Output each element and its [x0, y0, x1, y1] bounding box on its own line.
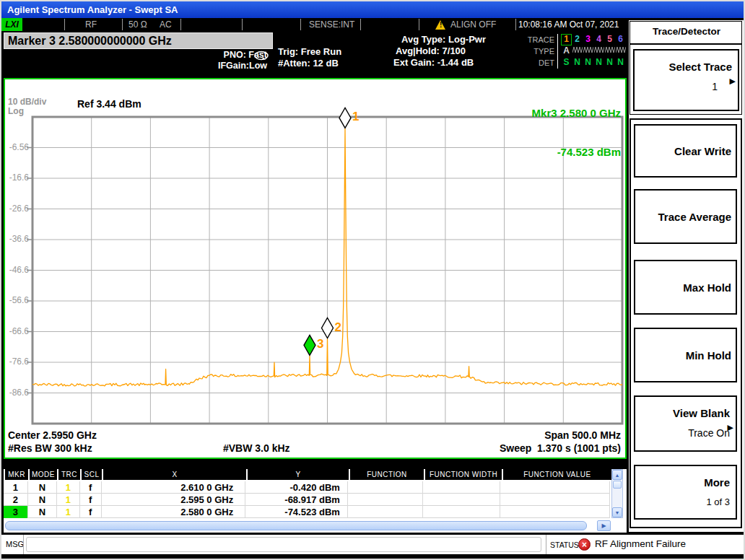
marker-readout-ampl: -74.523 dBm [532, 146, 621, 159]
top-status-bar: LXI RF 50 Ω AC SENSE:INT ! ALIGN OFF 10:… [1, 18, 627, 32]
cell-mkr: 2 [4, 494, 28, 506]
y-tick-label: -36.6 [5, 234, 29, 244]
cell-y: -74.523 dBm [245, 506, 348, 518]
scroll-up-button[interactable]: ▲ [612, 470, 622, 480]
horizontal-scroll-thumb[interactable] [5, 521, 587, 530]
softkey-trace-average[interactable]: Trace Average [634, 189, 737, 244]
cell-x: 2.580 0 GHz [102, 506, 246, 518]
softkey-label: Max Hold [683, 281, 736, 294]
marker-1: 1 [339, 108, 359, 128]
scroll-down-button[interactable]: ▼ [612, 507, 622, 517]
y-tick-label: -26.6 [5, 204, 29, 214]
softkey-max-hold[interactable]: Max Hold [634, 260, 737, 315]
cell-function_width [423, 506, 501, 518]
cell-function_value [500, 481, 610, 494]
vertical-scrollbar[interactable]: ▲ ▼ [611, 469, 623, 518]
ref-level-label: Ref 3.44 dBm [77, 98, 141, 110]
coupling-indicator: AC [160, 19, 172, 30]
avg-type-indicator: Avg Type: Log-Pwr [401, 34, 486, 45]
softkey-more[interactable]: 1 of 3More [634, 465, 737, 520]
cell-x: 2.610 0 GHz [102, 481, 246, 494]
y-tick-label: -76.6 [5, 356, 29, 367]
avg-hold-indicator: Avg|Hold: 7/100 [396, 45, 466, 56]
marker-table-row-3[interactable]: 3N1f2.580 0 GHz-74.523 dBm [4, 506, 610, 518]
cell-mode: N [28, 506, 57, 518]
column-header-scl: SCL [82, 469, 102, 480]
cell-function_value [500, 494, 610, 506]
trace-type-clearwrite-icon [604, 45, 615, 57]
trace-number-1: 1 [561, 34, 572, 45]
softkey-value: 1 [712, 81, 718, 92]
trace-type-clearwrite-icon [583, 45, 593, 57]
bottom-status-bar: MSG STATUS × RF Alignment Failure [1, 535, 744, 554]
column-header-function-value: FUNCTION VALUE [503, 469, 611, 480]
marker-table-row-1[interactable]: 1N1f2.610 0 GHz-0.420 dBm [4, 481, 610, 494]
cell-function [348, 494, 423, 506]
status-divider [360, 19, 361, 30]
cell-function [348, 506, 423, 518]
align-warning-bang: ! [440, 21, 442, 29]
trace-detector-N: N [615, 57, 626, 69]
cell-scl: f [80, 506, 102, 518]
spectrum-display: 123 Mkr3 2.580 0 GHz -74.523 dBm 10 dB/d… [4, 78, 627, 459]
window-title: Agilent Spectrum Analyzer - Swept SA [7, 4, 178, 15]
trace-detector-N: N [572, 57, 583, 69]
softkey-label: More [704, 476, 730, 489]
marker-2: 2 [322, 318, 341, 338]
lxi-badge: LXI [1, 18, 22, 31]
sweep-label: Sweep 1.370 s (1001 pts) [500, 442, 621, 454]
cell-mode: N [28, 494, 57, 506]
softkey-button-group: Clear WriteTrace AverageMax HoldMin Hold… [629, 118, 742, 528]
marker-3: 3 [304, 335, 323, 355]
cell-x: 2.595 0 GHz [102, 494, 246, 506]
align-off-indicator: ALIGN OFF [450, 19, 496, 30]
trigger-indicator: Trig: Free Run [278, 46, 341, 57]
softkey-select-trace[interactable]: 1▶Select Trace [633, 49, 739, 111]
horizontal-scrollbar[interactable]: ▶ [4, 520, 623, 533]
svg-text:2: 2 [335, 320, 341, 334]
trace-number-3: 3 [583, 34, 593, 45]
cell-function [348, 481, 423, 494]
res-bw-label: #Res BW 300 kHz [8, 442, 92, 454]
sense-indicator: SENSE:INT [309, 19, 354, 30]
submenu-arrow-icon: ▶ [728, 423, 733, 432]
softkey-value: 1 of 3 [706, 496, 730, 507]
softkey-label: Trace Average [658, 211, 736, 223]
softkey-label: Min Hold [686, 349, 736, 362]
status-divider [180, 19, 181, 30]
submenu-arrow-icon: ▶ [730, 76, 736, 86]
trace-detector-S: S [561, 57, 572, 69]
trace-detector-N: N [593, 57, 604, 69]
status-divider [64, 19, 65, 30]
column-header-trc: TRC [58, 469, 80, 480]
softkey-min-hold[interactable]: Min Hold [634, 328, 737, 382]
column-header-y: Y [248, 469, 349, 480]
softkey-clear-write[interactable]: Clear Write [634, 124, 737, 178]
scroll-right-button[interactable]: ▶ [597, 520, 611, 531]
datetime-display: 10:08:16 AM Oct 07, 2021 [518, 19, 619, 30]
svg-text:1: 1 [352, 110, 359, 123]
marker-table-row-2[interactable]: 2N1f2.595 0 GHz-68.917 dBm [4, 494, 610, 506]
trace-number-2: 2 [572, 34, 583, 45]
vertical-scroll-thumb[interactable] [613, 481, 622, 489]
softkey-label: Clear Write [674, 145, 736, 157]
status-divider [242, 19, 243, 30]
cell-function_value [500, 506, 610, 518]
trace-type-clearwrite-icon [572, 45, 583, 57]
instrument-screen: Agilent Spectrum Analyzer - Swept SA LXI… [0, 0, 745, 560]
continuous-sweep-icon [253, 51, 271, 61]
y-tick-label: -56.6 [5, 295, 29, 305]
window-titlebar[interactable]: Agilent Spectrum Analyzer - Swept SA [1, 1, 744, 18]
y-tick-label: -6.56 [5, 142, 29, 152]
trace-row-label: TRACE [514, 35, 554, 44]
impedance-indicator: 50 Ω [128, 19, 147, 30]
cell-mode: N [28, 481, 57, 494]
trace-number-6: 6 [615, 34, 626, 45]
attenuation-indicator: #Atten: 12 dB [278, 58, 339, 69]
column-header-mode: MODE [30, 469, 57, 480]
column-header-function: FUNCTION [350, 469, 424, 480]
status-label: STATUS [550, 541, 579, 549]
trace-type-average: A [561, 45, 572, 57]
softkey-menu-title: Trace/Detector [631, 26, 742, 37]
softkey-view-blank[interactable]: Trace On▶View Blank [634, 395, 737, 452]
